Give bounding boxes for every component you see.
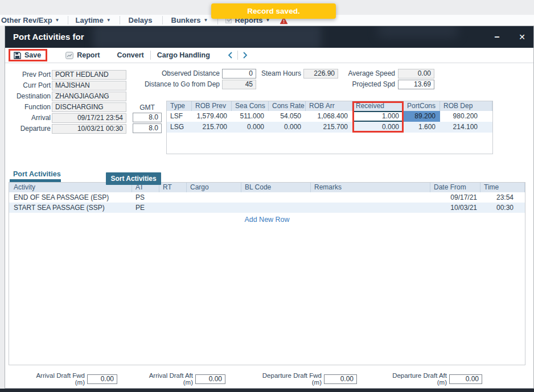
chevron-right-icon[interactable] bbox=[242, 51, 248, 59]
projected-spd-label: Projected Spd bbox=[313, 80, 395, 89]
arrival-label: Arrival bbox=[5, 113, 51, 123]
column-header-rob-arr[interactable]: ROB Arr bbox=[306, 101, 352, 111]
distance-to-go-field[interactable]: 45 bbox=[222, 80, 256, 89]
bl-code-cell[interactable] bbox=[241, 192, 311, 203]
cargo-cell[interactable] bbox=[187, 192, 241, 203]
remarks-cell[interactable] bbox=[311, 203, 430, 213]
bunker-type-cell[interactable]: LSF bbox=[167, 111, 192, 122]
bunker-received-cell-focused[interactable]: 1.000 bbox=[352, 111, 404, 122]
arrival-field[interactable]: 09/17/21 23:54 bbox=[52, 113, 126, 123]
report-chart-icon bbox=[65, 52, 73, 59]
departure-draft-fwd-label: Departure Draft Fwd (m) bbox=[257, 372, 322, 386]
column-header-cargo[interactable]: Cargo bbox=[187, 183, 241, 192]
average-speed-field[interactable]: 0.00 bbox=[398, 69, 434, 79]
port-activities-dialog: Port Activities for – ✕ Save Report Conv… bbox=[5, 26, 534, 389]
arrival-draft-fwd-field[interactable]: 0.00 bbox=[87, 374, 117, 384]
column-header-remarks[interactable]: Remarks bbox=[311, 183, 430, 192]
dialog-title: Port Activities for bbox=[13, 26, 84, 48]
menu-item-other-rev-exp[interactable]: Other Rev/Exp ▼ bbox=[1, 16, 60, 24]
bunker-rob-arr-cell[interactable]: 215.700 bbox=[306, 122, 352, 133]
time-cell[interactable]: 00:30 bbox=[480, 203, 525, 213]
column-header-cons-rate[interactable]: Cons Rate bbox=[269, 101, 306, 111]
prev-port-field[interactable]: PORT HEDLAND bbox=[52, 70, 126, 80]
bl-code-cell[interactable] bbox=[241, 203, 311, 213]
date-from-cell[interactable]: 09/17/21 bbox=[430, 192, 480, 203]
rt-cell[interactable] bbox=[159, 203, 187, 213]
arrival-draft-fwd-group: Arrival Draft Fwd (m) 0.00 bbox=[26, 374, 117, 384]
menu-item-bunkers[interactable]: Bunkers ▼ bbox=[171, 16, 208, 24]
column-header-time[interactable]: Time bbox=[480, 183, 525, 192]
bunker-port-cons-cell[interactable]: 1.600 bbox=[404, 122, 440, 133]
remarks-cell[interactable] bbox=[311, 192, 430, 203]
cargo-cell[interactable] bbox=[187, 203, 241, 213]
menu-label: Bunkers bbox=[171, 16, 201, 24]
bunker-rob-dep-cell[interactable]: 980.200 bbox=[440, 111, 492, 122]
gmt-departure-field[interactable]: 8.0 bbox=[133, 123, 162, 133]
column-header-received[interactable]: Received bbox=[352, 101, 404, 111]
report-button[interactable]: Report bbox=[65, 51, 100, 59]
departure-field[interactable]: 10/03/21 00:30 bbox=[52, 124, 126, 134]
column-header-rob-prev[interactable]: ROB Prev bbox=[192, 101, 232, 111]
convert-button[interactable]: Convert bbox=[117, 51, 143, 59]
at-cell[interactable]: PE bbox=[132, 203, 159, 213]
convert-label: Convert bbox=[117, 51, 143, 59]
bunker-rob-dep-cell[interactable]: 214.100 bbox=[440, 122, 492, 133]
activity-row-esp[interactable]: END OF SEA PASSAGE (ESP) PS 09/17/21 23:… bbox=[9, 192, 525, 203]
bunkers-header-row: Type ROB Prev Sea Cons Cons Rate ROB Arr… bbox=[167, 101, 492, 111]
at-cell[interactable]: PS bbox=[132, 192, 159, 203]
save-button[interactable]: Save bbox=[9, 49, 47, 61]
rt-cell[interactable] bbox=[159, 192, 187, 203]
activity-cell[interactable]: END OF SEA PASSAGE (ESP) bbox=[9, 192, 132, 203]
column-header-rt[interactable]: RT bbox=[159, 183, 187, 192]
menu-separator bbox=[120, 16, 120, 24]
bunker-sea-cons-cell[interactable]: 511.000 bbox=[232, 111, 269, 122]
cargo-handling-button[interactable]: Cargo Handling bbox=[157, 51, 210, 59]
activity-row-ssp[interactable]: START SEA PASSAGE (SSP) PE 10/03/21 00:3… bbox=[9, 203, 525, 213]
column-header-date-from[interactable]: Date From bbox=[430, 183, 480, 192]
bunker-received-cell[interactable]: 0.000 bbox=[352, 122, 404, 133]
bunker-rob-prev-cell[interactable]: 1,579.400 bbox=[192, 111, 232, 122]
bunker-sea-cons-cell[interactable]: 0.000 bbox=[232, 122, 269, 133]
date-from-cell[interactable]: 10/03/21 bbox=[430, 203, 480, 213]
column-header-port-cons[interactable]: PortCons bbox=[404, 101, 440, 111]
bunker-row-lsg: LSG 215.700 0.000 0.000 215.700 0.000 1.… bbox=[167, 122, 492, 133]
bunker-rob-prev-cell[interactable]: 215.700 bbox=[192, 122, 232, 133]
menu-label: Delays bbox=[129, 16, 153, 24]
save-label: Save bbox=[24, 51, 41, 59]
tab-port-activities[interactable]: Port Activities bbox=[13, 170, 61, 178]
time-cell[interactable]: 23:54 bbox=[480, 192, 525, 203]
column-header-bl-code[interactable]: BL Code bbox=[241, 183, 311, 192]
function-field[interactable]: DISCHARGING bbox=[52, 102, 126, 112]
column-header-rob-dep[interactable]: ROB Dep bbox=[440, 101, 492, 111]
close-button[interactable]: ✕ bbox=[515, 26, 529, 48]
projected-spd-field[interactable]: 13.69 bbox=[398, 80, 434, 89]
arrival-draft-aft-field[interactable]: 0.00 bbox=[195, 374, 225, 384]
column-header-sea-cons[interactable]: Sea Cons bbox=[232, 101, 269, 111]
port-activities-panel: Activity AT RT Cargo BL Code Remarks Dat… bbox=[9, 182, 525, 365]
bunker-type-cell[interactable]: LSG bbox=[167, 122, 192, 133]
activity-cell[interactable]: START SEA PASSAGE (SSP) bbox=[9, 203, 132, 213]
departure-draft-aft-field[interactable]: 0.00 bbox=[449, 374, 482, 384]
column-header-type[interactable]: Type bbox=[167, 101, 192, 111]
menu-label: Laytime bbox=[76, 16, 104, 24]
steam-hours-label: Steam Hours bbox=[256, 69, 301, 79]
bunker-cons-rate-cell[interactable]: 54.050 bbox=[269, 111, 306, 122]
minimize-button[interactable]: – bbox=[490, 26, 504, 48]
bunker-rob-arr-cell[interactable]: 1,068.400 bbox=[306, 111, 352, 122]
menu-label: Other Rev/Exp bbox=[1, 16, 52, 24]
tab-sort-activities[interactable]: Sort Activities bbox=[106, 172, 161, 185]
bunker-port-cons-cell-selected[interactable]: 89.200 bbox=[404, 111, 440, 122]
toast-record-saved: Record saved. bbox=[211, 3, 336, 19]
menu-item-laytime[interactable]: Laytime ▼ bbox=[76, 16, 111, 24]
curr-port-field[interactable]: MAJISHAN bbox=[52, 81, 126, 90]
bunker-cons-rate-cell[interactable]: 0.000 bbox=[269, 122, 306, 133]
departure-draft-aft-group: Departure Draft Aft (m) 0.00 bbox=[381, 374, 482, 384]
observed-distance-field[interactable]: 0 bbox=[222, 69, 256, 79]
departure-draft-fwd-field[interactable]: 0.00 bbox=[324, 374, 357, 384]
destination-field[interactable]: ZHANGJIAGANG bbox=[52, 92, 126, 101]
chevron-left-icon[interactable] bbox=[227, 51, 233, 59]
screen: Record saved. Other Rev/Exp ▼ Laytime ▼ … bbox=[0, 0, 534, 392]
menu-item-delays[interactable]: Delays bbox=[129, 16, 153, 24]
gmt-arrival-field[interactable]: 8.0 bbox=[133, 113, 162, 122]
add-new-row-link[interactable]: Add New Row bbox=[9, 216, 525, 224]
